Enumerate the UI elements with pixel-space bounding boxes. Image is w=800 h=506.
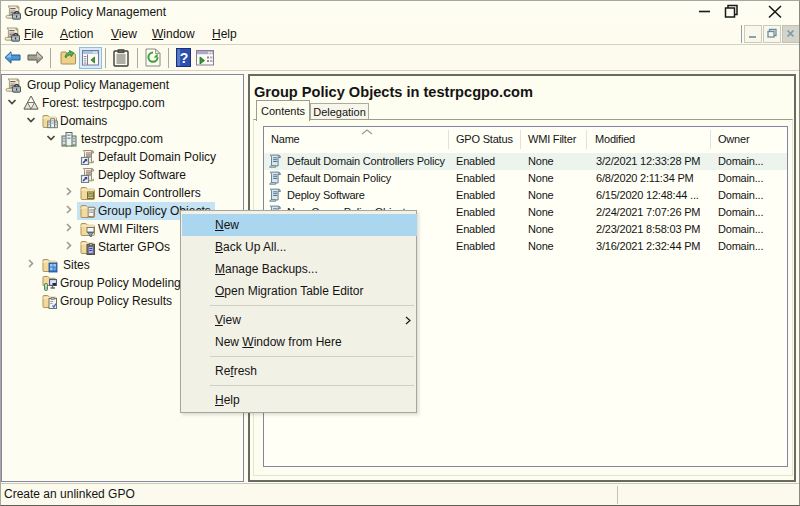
svg-text:?: ? bbox=[180, 50, 189, 66]
